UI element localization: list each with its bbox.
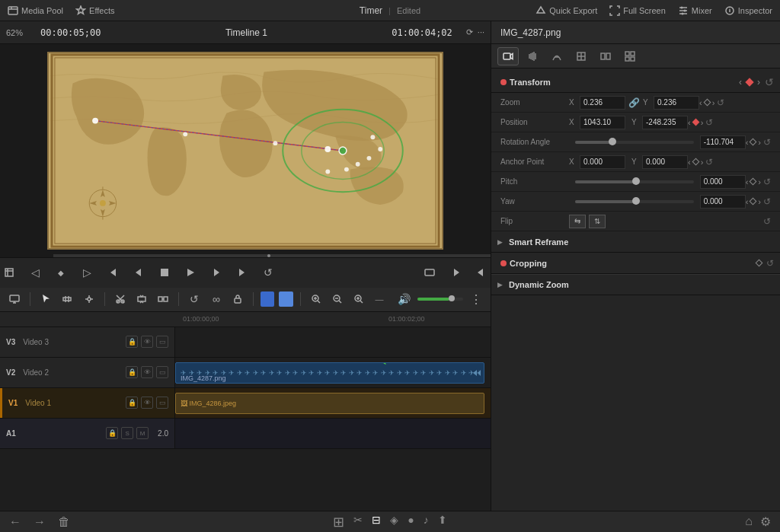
transform-prev-keyframe[interactable]: ‹ (739, 77, 742, 88)
output-mode-button[interactable] (420, 263, 439, 282)
track-v1-lock[interactable]: 🔒 (126, 397, 138, 409)
prev-marker-button[interactable]: ◁ (26, 263, 44, 282)
color-tab[interactable]: ● (408, 514, 414, 530)
zoom-kf-diamond[interactable] (703, 99, 711, 107)
full-screen-button[interactable]: Full Screen (609, 5, 666, 16)
anchor-next-kf[interactable]: › (701, 158, 704, 167)
yaw-prev-kf[interactable]: ‹ (746, 197, 749, 206)
inspector-tab-misc[interactable] (619, 47, 641, 65)
transform-reset[interactable]: ↺ (765, 76, 774, 88)
track-v3-eye[interactable]: 👁 (141, 336, 153, 348)
track-v2-eye[interactable]: 👁 (141, 366, 153, 378)
redo-button[interactable]: → (34, 515, 46, 529)
pitch-slider[interactable] (575, 180, 694, 183)
anchor-x-value[interactable]: 0.000 (580, 155, 625, 169)
cut-tool-button[interactable] (112, 290, 129, 308)
edit-page-tab[interactable]: ⊟ (372, 514, 381, 530)
cropping-reset[interactable]: ↺ (766, 258, 774, 269)
timeline-overflow-button[interactable]: ⋮ (468, 290, 484, 308)
insert-edit-button[interactable] (155, 290, 171, 308)
track-a1-s[interactable]: S (121, 427, 133, 439)
inspector-tab-effects[interactable] (571, 47, 592, 65)
cropping-kf-diamond-empty[interactable] (756, 260, 763, 267)
link-button[interactable]: ∞ (208, 290, 225, 308)
track-v2-clip[interactable]: ▭ (156, 366, 168, 378)
color-a-button[interactable] (261, 291, 275, 307)
next-marker-button[interactable]: ▷ (78, 263, 96, 282)
go-to-end-button[interactable] (233, 263, 251, 282)
lock-button[interactable] (229, 290, 246, 308)
inspector-tab-video[interactable] (497, 47, 519, 65)
flip-v-button[interactable]: ⇅ (589, 215, 606, 228)
zoom-y-value[interactable]: 0.236 (654, 96, 699, 110)
overflow-menu[interactable]: ··· (478, 27, 484, 37)
cut-page-tab[interactable]: ✂ (353, 514, 363, 530)
track-v2-lock[interactable]: 🔒 (126, 366, 138, 378)
rotation-next-kf[interactable]: › (758, 138, 761, 147)
inspector-button[interactable]: Inspector (724, 5, 772, 16)
quick-export-button[interactable]: Quick Export (535, 5, 597, 16)
flip-reset[interactable]: ↺ (763, 216, 771, 227)
monitor-button[interactable] (6, 290, 23, 308)
track-a1-lock[interactable]: 🔒 (106, 427, 118, 439)
clip-v2-block[interactable]: ✈ ✈ ✈ ✈ ✈ ✈ ✈ ✈ ✈ ✈ ✈ ✈ ✈ ✈ ✈ ✈ ✈ ✈ ✈ ✈ … (175, 362, 484, 384)
go-first-frame-button[interactable] (446, 263, 465, 282)
transform-keyframe-diamond[interactable] (745, 78, 753, 86)
fusion-tab[interactable]: ◈ (390, 514, 398, 530)
fairlight-tab[interactable]: ♪ (424, 514, 429, 530)
deliver-tab[interactable]: ⬆ (438, 514, 447, 530)
position-next-kf[interactable]: › (701, 118, 704, 127)
anchor-y-value[interactable]: 0.000 (642, 155, 688, 169)
rotation-reset[interactable]: ↺ (763, 137, 771, 148)
clip-v1-block[interactable]: 🖼 IMG_4286.jpeg (175, 393, 484, 414)
yaw-next-kf[interactable]: › (758, 197, 761, 206)
rotation-prev-kf[interactable]: ‹ (746, 138, 749, 147)
zoom-out-button[interactable] (329, 290, 346, 308)
zoom-fit-button[interactable] (308, 290, 324, 308)
delete-button[interactable]: 🗑 (58, 515, 70, 529)
crop-mode-button[interactable] (0, 263, 18, 282)
home-button[interactable]: ⌂ (745, 514, 753, 529)
media-pool-button[interactable]: Media Pool (8, 5, 63, 16)
volume-slider[interactable] (417, 298, 463, 301)
move-tool-button[interactable] (133, 290, 150, 308)
undo-button[interactable]: ← (9, 515, 21, 529)
track-v1-clip[interactable]: ▭ (156, 397, 168, 409)
anchor-reset[interactable]: ↺ (705, 157, 713, 167)
zoom-next-kf[interactable]: › (712, 98, 715, 107)
inspector-tab-color[interactable] (546, 47, 567, 65)
position-prev-kf[interactable]: ‹ (688, 118, 691, 127)
track-a1-m[interactable]: M (136, 427, 149, 439)
color-b-button[interactable] (279, 291, 293, 307)
trim-tool-button[interactable] (59, 290, 75, 308)
media-pool-tab[interactable]: ⊞ (333, 514, 344, 530)
go-last-frame-button[interactable] (472, 263, 491, 282)
marker-button[interactable]: ◆ (52, 263, 70, 282)
dynamic-zoom-header[interactable]: ▶ Dynamic Zoom (491, 274, 780, 295)
cropping-section-header[interactable]: Cropping ↺ (491, 253, 780, 274)
play-button[interactable] (181, 263, 200, 282)
zoom-in-button[interactable] (350, 290, 367, 308)
zoom-prev-kf[interactable]: ‹ (699, 98, 702, 107)
yaw-slider[interactable] (575, 200, 694, 203)
effects-button[interactable]: Effects (75, 5, 114, 16)
smart-reframe-header[interactable]: ▶ Smart Reframe (491, 231, 780, 253)
yaw-kf-diamond[interactable] (750, 198, 757, 205)
position-y-value[interactable]: -248.235 (642, 116, 688, 129)
rotation-value[interactable]: -110.704 (700, 135, 746, 149)
anchor-kf-diamond[interactable] (692, 158, 699, 166)
transform-next-keyframe[interactable]: › (757, 77, 760, 88)
stop-button[interactable] (155, 263, 174, 282)
pitch-prev-kf[interactable]: ‹ (746, 177, 749, 186)
go-to-start-button[interactable] (104, 263, 122, 282)
yaw-value[interactable]: 0.000 (700, 195, 746, 209)
pitch-value[interactable]: 0.000 (700, 175, 746, 189)
inspector-tab-audio[interactable] (522, 47, 543, 65)
track-v1-eye[interactable]: 👁 (141, 397, 153, 409)
yaw-reset[interactable]: ↺ (763, 196, 771, 207)
flip-h-button[interactable]: ⇆ (569, 215, 586, 228)
zoom-x-value[interactable]: 0.236 (580, 96, 625, 110)
position-kf-diamond[interactable] (692, 119, 699, 126)
inspector-tab-transition[interactable] (595, 47, 616, 65)
rotation-slider[interactable] (575, 141, 694, 144)
